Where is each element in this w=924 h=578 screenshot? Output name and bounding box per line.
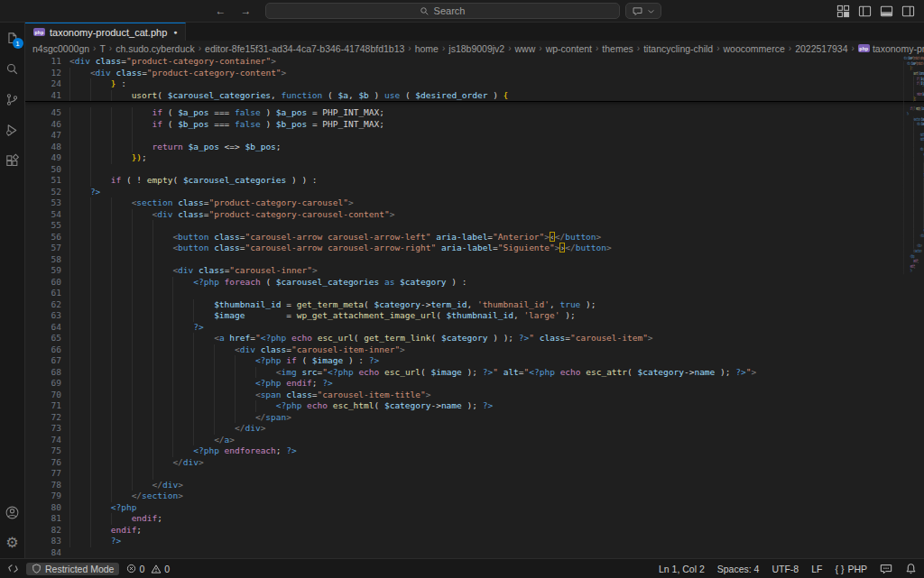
line-number[interactable]: 51: [25, 175, 61, 187]
code-line[interactable]: 77: [25, 468, 924, 480]
language-mode[interactable]: { } PHP: [835, 564, 867, 574]
forward-icon[interactable]: →: [238, 5, 254, 17]
line-number[interactable]: 53: [25, 197, 61, 209]
settings-button[interactable]: ⚙: [0, 528, 25, 558]
sidebar-item-source-control[interactable]: [0, 84, 25, 115]
sidebar-item-run-debug[interactable]: [0, 115, 25, 145]
line-number[interactable]: 78: [25, 480, 61, 491]
code-line[interactable]: 50: [25, 164, 924, 176]
line-number[interactable]: 68: [25, 367, 61, 379]
code-line[interactable]: 76</div>: [25, 457, 924, 469]
code-line[interactable]: 73</div>: [25, 423, 924, 435]
code-line[interactable]: 80<?php: [25, 502, 924, 514]
code-line[interactable]: 64?>: [25, 322, 924, 334]
code-line[interactable]: 46if ( $b_pos === false ) $b_pos = PHP_I…: [25, 119, 924, 131]
breadcrumb-item[interactable]: taxonomy-product_cat.php: [873, 43, 924, 54]
line-number[interactable]: 67: [25, 355, 61, 367]
search-input[interactable]: Search: [265, 3, 620, 19]
breadcrumb-item[interactable]: www: [515, 43, 536, 54]
code-line[interactable]: 81endif;: [25, 513, 924, 525]
code-line[interactable]: 41usort( $carousel_categories, function …: [25, 90, 924, 102]
code-line[interactable]: 83?>: [25, 536, 924, 547]
code-line[interactable]: 49});: [25, 152, 924, 164]
line-number[interactable]: 81: [25, 513, 61, 525]
breadcrumb-item[interactable]: js18b9009jv2: [448, 43, 504, 54]
line-number[interactable]: 59: [25, 265, 61, 277]
line-number[interactable]: 49: [25, 152, 61, 164]
code-line[interactable]: 52?>: [25, 187, 924, 198]
line-number[interactable]: 63: [25, 310, 61, 322]
code-line[interactable]: 72</span>: [25, 412, 924, 424]
line-number[interactable]: 64: [25, 322, 61, 334]
breadcrumb-item[interactable]: home: [415, 43, 439, 54]
line-number[interactable]: 56: [25, 232, 61, 243]
line-number[interactable]: 77: [25, 468, 61, 480]
breadcrumb-item[interactable]: titancycling-child: [643, 43, 713, 54]
accounts-button[interactable]: [0, 497, 25, 528]
line-number[interactable]: 75: [25, 445, 61, 457]
code-line[interactable]: 56<button class="carousel-arrow carousel…: [25, 232, 924, 243]
code-line[interactable]: 69<?php endif; ?>: [25, 378, 924, 390]
breadcrumb-item[interactable]: woocommerce: [724, 43, 785, 54]
line-number[interactable]: 48: [25, 142, 61, 153]
breadcrumb-item[interactable]: editor-8fe15f31-ad34-4ca7-b346-41748bfd1…: [205, 43, 404, 54]
line-number[interactable]: 71: [25, 400, 61, 412]
line-number[interactable]: 62: [25, 299, 61, 311]
code-line[interactable]: 74</a>: [25, 435, 924, 446]
code-line[interactable]: 84: [25, 547, 924, 559]
sidebar-item-search[interactable]: [0, 53, 25, 84]
breadcrumb-item[interactable]: wp-content: [546, 43, 592, 54]
line-number[interactable]: 84: [25, 547, 61, 559]
code-line[interactable]: 59<div class="carousel-inner">: [25, 265, 924, 277]
code-line[interactable]: 63$image = wp_get_attachment_image_url( …: [25, 310, 924, 322]
code-line[interactable]: 55: [25, 220, 924, 232]
code-line[interactable]: 68<img src="<?php echo esc_url( $image )…: [25, 367, 924, 379]
feedback-icon[interactable]: [880, 563, 892, 575]
code-line[interactable]: 60<?php foreach ( $carousel_categories a…: [25, 277, 924, 289]
code-line[interactable]: 12<div class="product-category-content">: [25, 68, 924, 79]
line-number[interactable]: 54: [25, 209, 61, 221]
indentation-setting[interactable]: Spaces: 4: [717, 564, 760, 574]
line-number[interactable]: 61: [25, 288, 61, 299]
code-lines[interactable]: 45if ( $a_pos === false ) $a_pos = PHP_I…: [25, 102, 924, 558]
code-line[interactable]: 45if ( $a_pos === false ) $a_pos = PHP_I…: [25, 107, 924, 119]
line-number[interactable]: 70: [25, 390, 61, 401]
code-line[interactable]: 11<div class="product-category-container…: [25, 56, 924, 68]
line-number[interactable]: 72: [25, 412, 61, 424]
code-editor[interactable]: 11<div class="product-category-container…: [25, 56, 924, 558]
line-number[interactable]: 66: [25, 344, 61, 356]
minimap[interactable]: <div class="product-category-container">…: [902, 56, 924, 543]
line-number[interactable]: 12: [25, 68, 61, 79]
code-line[interactable]: 62$thumbnail_id = get_term_meta( $catego…: [25, 299, 924, 311]
code-line[interactable]: 82endif;: [25, 525, 924, 537]
eol-setting[interactable]: LF: [811, 564, 822, 574]
line-number[interactable]: 52: [25, 187, 61, 198]
line-number[interactable]: 11: [25, 56, 61, 68]
line-number[interactable]: 73: [25, 423, 61, 435]
cursor-position[interactable]: Ln 1, Col 2: [659, 564, 705, 574]
line-number[interactable]: 69: [25, 378, 61, 390]
customize-layout-icon[interactable]: [836, 5, 850, 18]
code-line[interactable]: 51if ( ! empty( $carousel_categories ) )…: [25, 175, 924, 187]
line-number[interactable]: 24: [25, 78, 61, 90]
code-line[interactable]: 54<div class="product-category-carousel-…: [25, 209, 924, 221]
line-number[interactable]: 82: [25, 525, 61, 537]
line-number[interactable]: 55: [25, 220, 61, 232]
code-line[interactable]: 48return $a_pos <=> $b_pos;: [25, 142, 924, 153]
sticky-scroll[interactable]: 11<div class="product-category-container…: [25, 56, 924, 102]
bell-icon[interactable]: [905, 563, 917, 574]
code-line[interactable]: 78</div>: [25, 480, 924, 491]
code-line[interactable]: 61: [25, 288, 924, 299]
line-number[interactable]: 79: [25, 491, 61, 502]
toggle-primary-sidebar-icon[interactable]: [858, 5, 872, 18]
line-number[interactable]: 74: [25, 435, 61, 446]
line-number[interactable]: 58: [25, 254, 61, 266]
line-number[interactable]: 41: [25, 90, 61, 102]
line-number[interactable]: 46: [25, 119, 61, 131]
breadcrumb-item[interactable]: themes: [602, 43, 633, 54]
line-number[interactable]: 80: [25, 502, 61, 514]
breadcrumb-item[interactable]: T: [99, 43, 105, 54]
sidebar-item-extensions[interactable]: [0, 145, 25, 176]
code-line[interactable]: 79</section>: [25, 491, 924, 502]
tab-taxonomy-product-cat[interactable]: php taxonomy-product_cat.php ●: [25, 23, 186, 41]
